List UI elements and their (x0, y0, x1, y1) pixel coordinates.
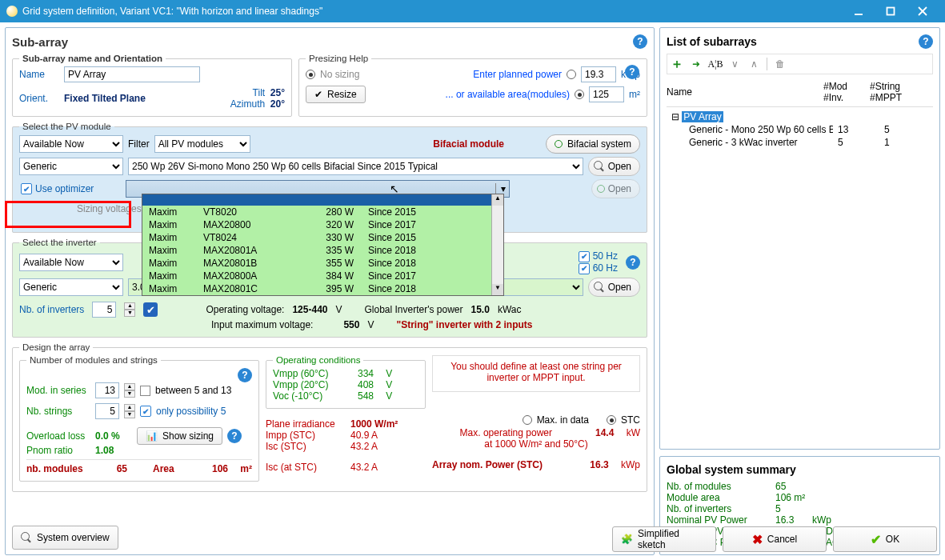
cancel-button[interactable]: ✖Cancel (723, 526, 827, 552)
tree-root[interactable]: ⊟ PV Array (667, 110, 933, 123)
import-subarray-button[interactable]: ➜ (688, 56, 704, 72)
subarrays-heading: List of subarrays (667, 35, 757, 48)
dropdown-scrollbar[interactable]: ▲ ▼ (491, 194, 503, 295)
presizing-help-icon[interactable]: ? (625, 65, 639, 79)
area-radio[interactable] (575, 90, 584, 99)
op-voltage-value: 125-440 (292, 304, 327, 315)
use-optimizer-checkbox[interactable]: ✔ (21, 183, 32, 194)
input-max-label: Input maximum voltage: (211, 319, 313, 330)
operating-conditions-group: Operating conditions Vmpp (60°C)334 V Vm… (266, 355, 426, 409)
tilt-value: 25° (270, 87, 285, 98)
op-voltage-label: Operating voltage: (206, 304, 284, 315)
nb-strings-spinner[interactable]: ▲▼ (124, 404, 135, 418)
nb-modules-label: nb. modules (26, 463, 90, 474)
nb-strings-input[interactable] (95, 403, 119, 419)
simplified-sketch-button[interactable]: 🧩Simplified sketch (612, 526, 716, 552)
planned-power-radio[interactable] (567, 70, 576, 79)
pnom-label: Pnom ratio (26, 445, 90, 456)
hz60-checkbox[interactable]: ✔ (579, 263, 590, 274)
area-unit: m² (629, 89, 640, 100)
presizing-group: Presizing Help ? No sizing Enter planned… (298, 54, 647, 117)
inverter-help-icon[interactable]: ? (626, 255, 640, 270)
mod-series-input[interactable] (95, 382, 119, 398)
only-possibility-checkbox[interactable]: ✔ (140, 406, 151, 417)
planned-power-label: Enter planned power (473, 69, 562, 80)
max-in-data-radio[interactable] (523, 415, 532, 425)
search-icon (21, 532, 32, 543)
subarrays-panel: List of subarrays ? ＋ ➜ A¦B ∨ ∧ 🗑 Name #… (659, 27, 940, 450)
delete-subarray-button[interactable]: 🗑 (772, 56, 788, 72)
pv-module-combo[interactable]: 250 Wp 26V Si-mono Mono 250 Wp 60 cells … (128, 158, 583, 175)
area-label: ... or available area(modules) (446, 89, 570, 100)
pv-module-legend: Select the PV module (19, 122, 114, 131)
circle-icon (597, 185, 605, 193)
name-orientation-legend: Sub-array name and Orientation (19, 54, 166, 63)
add-subarray-button[interactable]: ＋ (669, 56, 685, 72)
name-input[interactable] (64, 66, 200, 82)
ok-button[interactable]: ✔OK (833, 526, 937, 552)
move-up-button[interactable]: ∧ (746, 56, 762, 72)
planned-power-input[interactable] (581, 66, 616, 82)
summary-heading: Global system summary (667, 463, 933, 476)
move-down-button[interactable]: ∨ (727, 56, 743, 72)
no-sizing-radio[interactable] (306, 70, 315, 79)
tree-child-inverter[interactable]: Generic - 3 kWac inverter51 (667, 136, 933, 149)
between-label: between 5 and 13 (155, 385, 231, 396)
pv-mfr-combo[interactable]: Generic (19, 158, 123, 175)
tree-child-module[interactable]: Generic - Mono 250 Wp 60 cells Bi135 (667, 123, 933, 136)
nb-inverters-check[interactable]: ✔ (143, 302, 158, 317)
pv-open-button[interactable]: Open (588, 157, 640, 176)
inv-mfr-combo[interactable]: Generic (19, 278, 123, 296)
resize-button[interactable]: ✔ Resize (306, 86, 366, 103)
optimizer-open-button: Open (591, 179, 640, 198)
chevron-down-icon: ▾ (495, 183, 506, 194)
sizing-help-icon[interactable]: ? (227, 429, 242, 443)
inverter-legend: Select the inverter (19, 238, 100, 247)
inv-availability-combo[interactable]: Available Now (19, 254, 123, 271)
bifacial-system-button[interactable]: Bifacial system (546, 134, 640, 154)
between-checkbox[interactable] (140, 386, 150, 396)
azimuth-value: 20° (270, 98, 285, 110)
pv-filter-combo[interactable]: All PV modules (154, 135, 250, 153)
nb-strings-label: Nb. strings (26, 406, 90, 417)
hz50-checkbox[interactable]: ✔ (579, 251, 590, 262)
num-modules-strings-group: Number of modules and strings ? Mod. in … (19, 355, 259, 482)
azimuth-label: Azimuth (230, 98, 265, 110)
no-sizing-label: No sizing (320, 69, 359, 80)
input-max-value: 550 (343, 319, 359, 330)
show-sizing-button[interactable]: 📊Show sizing (137, 427, 222, 445)
app-icon (6, 6, 18, 17)
stc-radio[interactable] (607, 415, 616, 425)
orient-value: Fixed Tilted Plane (64, 93, 146, 104)
nb-inverters-spinner[interactable]: ▲▼ (124, 302, 135, 317)
mod-series-spinner[interactable]: ▲▼ (124, 383, 135, 398)
close-button[interactable] (907, 0, 939, 22)
only-possibility-label: only possibility 5 (156, 406, 226, 417)
design-array-group: Design the array Number of modules and s… (12, 342, 647, 492)
inv-open-button[interactable]: Open (588, 278, 640, 297)
search-icon (594, 282, 605, 293)
subarrays-help-icon[interactable]: ? (919, 34, 933, 49)
titlebar: Grid system definition, Variant VC1: "Wi… (0, 0, 945, 22)
search-icon (594, 161, 605, 172)
nb-inverters-input[interactable] (92, 302, 116, 318)
help-icon[interactable]: ? (633, 34, 647, 49)
area-input[interactable] (589, 86, 624, 102)
use-optimizer-label: Use optimizer (35, 183, 94, 194)
optimizer-dropdown-popup[interactable]: MaximVT8020280 WSince 2015MaximMAX208003… (142, 194, 504, 296)
num-modules-strings-legend: Number of modules and strings (26, 355, 161, 365)
maximize-button[interactable] (875, 0, 907, 22)
minimize-button[interactable] (843, 0, 875, 22)
pnom-value: 1.08 (95, 445, 114, 456)
num-help-icon[interactable]: ? (238, 368, 252, 382)
sizing-voltages-label: Sizing voltages : (77, 203, 146, 214)
pv-module-group: Select the PV module Available Now Filte… (12, 122, 647, 233)
string-inverter-msg: "String" inverter with 2 inputs (396, 319, 532, 330)
rename-subarray-button[interactable]: A¦B (707, 56, 723, 72)
area-value: 106 (212, 463, 228, 474)
nb-modules-value: 65 (95, 463, 127, 474)
nb-inverters-label: Nb. of inverters (19, 304, 84, 315)
system-overview-button[interactable]: System overview (12, 526, 118, 550)
pv-availability-combo[interactable]: Available Now (19, 135, 123, 153)
window-title: Grid system definition, Variant VC1: "Wi… (22, 6, 322, 17)
